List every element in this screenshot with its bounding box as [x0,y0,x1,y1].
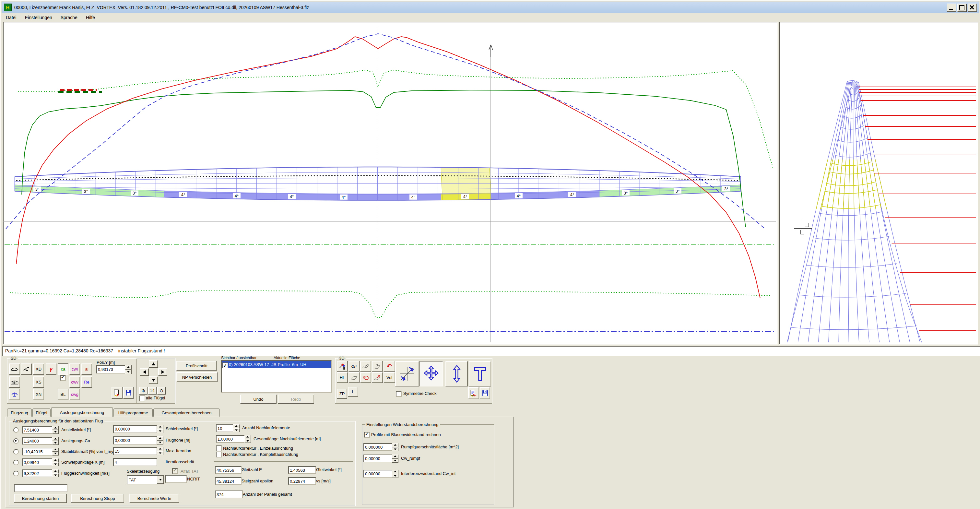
export-3d-button[interactable] [468,387,479,399]
save-2d-button[interactable] [123,387,134,399]
alfa0-tat-checkbox[interactable] [172,468,178,474]
pan-up-button[interactable] [149,360,158,367]
anzahl-nachlauf-input[interactable] [216,425,234,432]
l-button[interactable]: L [348,387,358,397]
zoom-reset-button[interactable]: 1:1 [148,387,157,394]
surface-list[interactable]: 0) 20260103 ASW-17_JS-Profile_6m_UH [221,360,332,393]
berechnung-stopp-button[interactable]: Berechnung Stopp [71,494,124,503]
tab-flugzeug[interactable]: Flugzeug [7,409,32,417]
cw-rumpf-spinner[interactable] [392,455,398,463]
posy-spinner[interactable] [125,365,132,374]
save-3d-button[interactable] [480,387,490,399]
profilschnitt-button[interactable]: Profilschnitt [177,361,217,371]
vol-button[interactable]: Vol [383,372,395,383]
flughoehe-input[interactable] [113,436,157,444]
bl-button[interactable]: BL [58,389,68,400]
dropdown-arrow-icon[interactable] [157,476,164,484]
xn-button[interactable]: XN [33,389,44,400]
gamma-button[interactable]: γ [46,363,56,375]
cwv-button[interactable]: cwv [69,376,80,388]
zoom-in-button[interactable]: ⊕ [139,387,148,394]
tab-gesamtpolaren[interactable]: Gesamtpolaren berechnen [153,409,220,417]
ca-checkbox[interactable] [60,375,66,381]
cw-int-spinner[interactable] [392,470,398,478]
panel-view-button[interactable] [360,361,371,372]
gesamtlaenge-spinner[interactable] [245,435,251,443]
anstellwinkel-spinner[interactable] [52,426,59,434]
blasenwiderstand-checkbox[interactable] [364,432,370,438]
zoom-out-button[interactable]: ⊖ [157,387,165,394]
tab-hilfsprogramme[interactable]: Hilfsprogramme [113,409,153,417]
fluggeschwindigkeit-input[interactable] [22,469,52,477]
ca-button[interactable]: ca [58,363,68,375]
normals-button[interactable] [372,361,383,372]
auslegungs-ca-input[interactable] [22,437,52,445]
radio-schwerpunkt[interactable] [13,460,19,465]
re-button[interactable]: Re [81,376,92,388]
vortex-button[interactable] [360,372,371,383]
alpha-twist-button[interactable]: α⇄ [348,361,360,372]
gesamtlaenge-input[interactable] [216,435,246,443]
schiebewinkel-input[interactable] [113,425,157,433]
pan-down-button[interactable] [149,376,158,384]
radio-fluggeschwindigkeit[interactable] [13,471,19,476]
export-2d-button[interactable] [111,387,123,399]
xs-button[interactable]: XS [33,376,44,388]
menu-sprache[interactable]: Sprache [56,14,82,21]
red-panel-button[interactable] [348,372,360,383]
radio-anstellwinkel[interactable] [13,427,19,433]
flughoehe-spinner[interactable] [157,436,163,444]
zoom-3d-button[interactable] [445,361,468,387]
zp-button[interactable]: ZP [337,389,347,399]
radio-auslegungs-ca[interactable] [13,438,19,444]
surface-list-item[interactable]: 0) 20260103 ASW-17_JS-Profile_6m_UH [222,361,331,368]
fluggeschwindigkeit-spinner[interactable] [52,469,59,477]
ai-button[interactable]: ai [81,363,92,375]
cw-rumpf-input[interactable] [363,455,393,462]
build-3d-button[interactable] [469,361,491,387]
hangar-view-button[interactable] [9,376,20,388]
paint-mesh-button[interactable] [337,361,348,372]
berechnung-starten-button[interactable]: Berechnung starten [14,494,67,503]
np-verschieben-button[interactable]: NP verschieben [177,372,218,382]
menu-hilfe[interactable]: Hilfe [82,14,99,21]
anzahl-nachlauf-spinner[interactable] [233,425,240,432]
max-iteration-spinner[interactable] [157,447,163,455]
move-3d-button[interactable] [420,361,443,387]
max-iteration-input[interactable] [113,447,157,455]
rumpfquerschnitt-input[interactable] [363,443,393,451]
planform-2d-view[interactable]: 3°3°3°4°4°4°4°4°4°4°4°3°3°3° [3,22,778,345]
stabilitaetsmass-spinner[interactable] [52,448,59,455]
plane-side-view-button[interactable] [21,363,32,375]
berechnete-werte-button[interactable]: Berechnete Werte [129,494,179,503]
tab-auslegungsberechnung[interactable]: Auslegungsberechnung [51,407,113,417]
schwerpunkt-input[interactable] [22,458,52,466]
auslegungs-ca-spinner[interactable] [52,437,59,445]
airfoil-view-button[interactable] [9,363,20,375]
schiebewinkel-spinner[interactable] [157,425,163,433]
xd-button[interactable]: XD [33,363,44,375]
reset-view-button[interactable]: ↶ [383,361,395,372]
undo-button[interactable]: Undo [240,394,277,404]
rotate-3d-button[interactable] [395,361,419,387]
cwi-button[interactable]: cwi [69,363,80,375]
radio-stabilitaetsmass[interactable] [13,449,19,455]
symmetrie-check-checkbox[interactable] [396,391,402,397]
cw-int-input[interactable] [363,470,393,477]
close-button[interactable] [968,3,977,12]
hl-button[interactable]: HL [337,372,348,383]
pan-right-button[interactable] [158,368,167,376]
nachlauf-komplett-checkbox[interactable] [216,452,222,457]
pan-left-button[interactable] [140,368,149,376]
rumpfquerschnitt-spinner[interactable] [392,443,398,451]
stabilitaetsmass-input[interactable] [22,448,52,455]
nachlauf-einzel-checkbox[interactable] [216,445,222,451]
menu-datei[interactable]: Datei [2,14,21,21]
umbrella-view-button[interactable] [9,389,20,400]
tab-fluegel[interactable]: Flügel [32,409,51,417]
alle-fluegel-checkbox[interactable] [139,396,145,401]
cwg-button[interactable]: cwg [69,389,80,400]
ncrit-input[interactable] [165,475,187,483]
skelett-dropdown[interactable]: TAT [127,475,164,484]
posy-input[interactable] [96,365,126,374]
